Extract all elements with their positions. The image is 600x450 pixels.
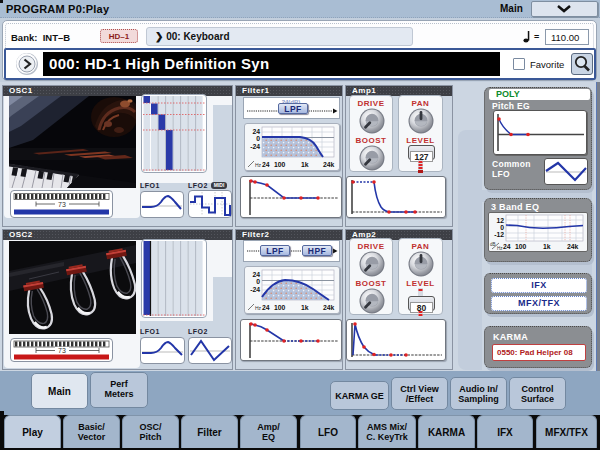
svg-text:100: 100 [515,243,527,250]
svg-text:-12: -12 [494,231,504,238]
svg-text:0: 0 [256,135,260,142]
svg-text:24k: 24k [323,161,335,168]
svg-text:100: 100 [274,304,286,311]
svg-text:100: 100 [274,161,286,168]
svg-text:24k: 24k [323,304,335,311]
svg-text:0: 0 [256,278,260,285]
svg-text:1k: 1k [301,161,309,168]
svg-text:Hz: Hz [255,305,262,311]
svg-text:73: 73 [58,347,66,354]
svg-text:24: 24 [262,161,270,168]
svg-text:24: 24 [503,243,511,250]
svg-text:Hz: Hz [255,162,262,168]
svg-text:24k: 24k [567,243,579,250]
svg-text:1k: 1k [543,243,551,250]
svg-text:1k: 1k [301,304,309,311]
svg-text:24: 24 [262,304,270,311]
svg-text:0: 0 [500,224,504,231]
svg-text:-24: -24 [250,143,260,150]
svg-text:dB: dB [490,242,496,247]
svg-text:-24: -24 [250,286,260,293]
svg-text:73: 73 [58,201,66,208]
